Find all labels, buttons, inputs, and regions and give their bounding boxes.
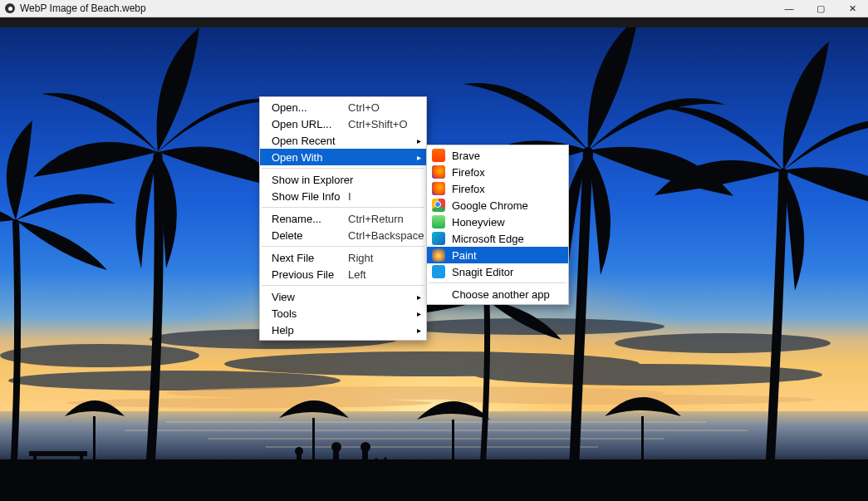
brave-icon <box>432 149 445 162</box>
microsoft-edge-icon <box>432 232 445 245</box>
menu-item-open-url[interactable]: Open URL...Ctrl+Shift+O <box>260 115 426 132</box>
open-with-google-chrome[interactable]: Google Chrome <box>427 197 568 214</box>
menu-item-label: Next File <box>272 252 348 264</box>
svg-rect-21 <box>93 416 96 466</box>
menu-item-shortcut: Ctrl+Backspace <box>348 229 424 242</box>
honeyview-icon <box>432 215 445 228</box>
svg-rect-20 <box>80 456 83 471</box>
submenu-arrow-icon: ▸ <box>417 292 421 302</box>
submenu-arrow-icon: ▸ <box>417 309 421 318</box>
context-menu: Open...Ctrl+OOpen URL...Ctrl+Shift+OOpen… <box>259 96 427 341</box>
choose-another-app[interactable]: Choose another app <box>427 286 568 302</box>
menu-item-label: Open... <box>272 101 348 114</box>
blank-icon <box>432 287 445 301</box>
svg-point-10 <box>66 398 432 408</box>
menu-item-shortcut: Ctrl+Return <box>348 213 418 225</box>
menu-item-shortcut: Right <box>348 252 418 264</box>
open-with-label: Firefox <box>452 183 485 195</box>
svg-point-29 <box>331 442 341 452</box>
svg-rect-22 <box>312 418 315 469</box>
menu-item-shortcut: Ctrl+O <box>348 101 418 114</box>
menu-item-open-recent[interactable]: Open Recent▸ <box>260 132 426 149</box>
svg-rect-23 <box>452 420 454 469</box>
menu-item-label: Open With <box>272 151 348 164</box>
menu-item-open[interactable]: Open...Ctrl+O <box>260 99 426 115</box>
open-with-label: Snagit Editor <box>452 266 513 278</box>
open-with-label: Firefox <box>452 166 485 179</box>
menu-item-shortcut: I <box>348 190 418 203</box>
menu-item-label: Delete <box>272 229 348 242</box>
minimize-button[interactable]: — <box>773 0 805 17</box>
menu-separator <box>262 207 424 208</box>
snagit-editor-icon <box>432 265 445 278</box>
menu-item-show-file-info[interactable]: Show File InfoI <box>260 188 426 204</box>
open-with-brave[interactable]: Brave <box>427 147 568 164</box>
open-with-microsoft-edge[interactable]: Microsoft Edge <box>427 230 568 247</box>
menu-item-open-with[interactable]: Open With▸ <box>260 149 426 165</box>
menu-item-next-file[interactable]: Next FileRight <box>260 249 426 266</box>
maximize-button[interactable]: ▢ <box>805 0 836 17</box>
window-controls: — ▢ ✕ <box>773 0 868 17</box>
menu-item-label: Show in Explorer <box>272 174 353 186</box>
menu-item-rename[interactable]: Rename...Ctrl+Return <box>260 210 426 227</box>
menu-item-label: Rename... <box>272 213 348 225</box>
open-with-label: Paint <box>452 249 477 262</box>
menu-item-label: View <box>272 291 348 303</box>
menu-item-label: Tools <box>272 307 348 320</box>
svg-rect-32 <box>362 451 368 469</box>
open-with-firefox[interactable]: Firefox <box>427 164 568 180</box>
submenu-arrow-icon: ▸ <box>417 326 421 335</box>
menu-item-tools[interactable]: Tools▸ <box>260 305 426 322</box>
app-icon <box>5 3 15 13</box>
menu-item-shortcut: Ctrl+Shift+O <box>348 118 418 130</box>
menu-item-view[interactable]: View▸ <box>260 288 426 305</box>
menu-item-previous-file[interactable]: Previous FileLeft <box>260 266 426 282</box>
menu-item-help[interactable]: Help▸ <box>260 322 426 338</box>
svg-point-25 <box>295 447 303 455</box>
open-with-label: Honeyview <box>452 216 505 228</box>
open-with-label: Brave <box>452 150 480 162</box>
menu-item-label: Open Recent <box>272 135 348 147</box>
choose-another-app-label: Choose another app <box>452 288 550 301</box>
svg-rect-26 <box>297 454 302 468</box>
window-title: WebP Image of Beach.webp <box>20 2 146 14</box>
svg-point-5 <box>615 333 831 353</box>
svg-rect-19 <box>33 456 37 471</box>
open-with-firefox[interactable]: Firefox <box>427 180 568 197</box>
google-chrome-icon <box>432 199 445 212</box>
menu-item-delete[interactable]: DeleteCtrl+Backspace <box>260 227 426 243</box>
menu-separator <box>262 246 424 247</box>
firefox-icon <box>432 182 445 195</box>
firefox-icon <box>432 165 445 179</box>
menu-item-label: Previous File <box>272 268 348 281</box>
paint-icon <box>432 248 445 262</box>
menu-item-label: Show File Info <box>272 190 348 203</box>
submenu-arrow-icon: ▸ <box>417 136 421 145</box>
submenu-separator <box>429 282 566 283</box>
submenu-arrow-icon: ▸ <box>417 153 421 162</box>
menu-separator <box>262 285 424 286</box>
svg-rect-30 <box>333 451 339 469</box>
title-bar: WebP Image of Beach.webp — ▢ ✕ <box>0 0 868 17</box>
close-button[interactable]: ✕ <box>836 0 868 17</box>
open-with-label: Google Chrome <box>452 199 528 212</box>
menu-item-label: Help <box>272 324 348 336</box>
menu-item-show-in-explorer[interactable]: Show in Explorer <box>260 171 426 188</box>
open-with-paint[interactable]: Paint <box>427 247 568 263</box>
svg-point-2 <box>0 344 199 367</box>
svg-rect-18 <box>29 451 87 456</box>
open-with-snagit-editor[interactable]: Snagit Editor <box>427 263 568 280</box>
toolbar-strip <box>0 17 868 27</box>
open-with-label: Microsoft Edge <box>452 233 524 245</box>
svg-rect-17 <box>0 459 868 501</box>
menu-item-shortcut: Left <box>348 268 418 281</box>
menu-item-label: Open URL... <box>272 118 348 130</box>
menu-separator <box>262 168 424 169</box>
open-with-submenu: BraveFirefoxFirefoxGoogle ChromeHoneyvie… <box>426 145 569 305</box>
open-with-honeyview[interactable]: Honeyview <box>427 214 568 230</box>
svg-rect-24 <box>641 416 644 469</box>
svg-point-31 <box>360 442 370 452</box>
